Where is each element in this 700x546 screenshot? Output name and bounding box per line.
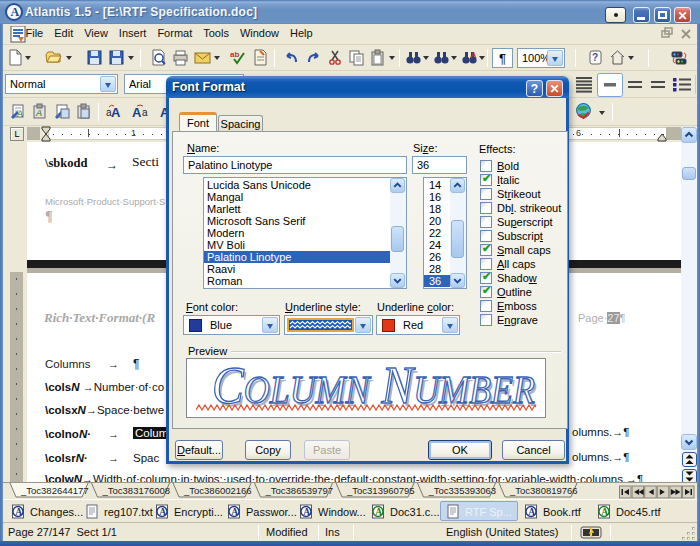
svg-text:A: A	[111, 105, 121, 120]
svg-text:A: A	[15, 507, 22, 517]
svg-text:A: A	[231, 507, 238, 517]
svg-text:A: A	[528, 507, 535, 517]
svg-text:A: A	[601, 507, 608, 517]
svg-text:A: A	[159, 507, 166, 517]
svg-text:_Toc335393063: _Toc335393063	[428, 485, 497, 496]
svg-text:?: ?	[592, 52, 598, 63]
svg-text:A: A	[35, 108, 42, 118]
svg-text:A: A	[470, 50, 477, 60]
svg-text:ab: ab	[230, 50, 239, 59]
svg-text:a: a	[142, 107, 148, 118]
svg-text:_Toc380819766: _Toc380819766	[509, 485, 578, 496]
svg-text:_Toc313960795: _Toc313960795	[346, 485, 415, 496]
svg-text:A: A	[303, 507, 310, 517]
svg-text:A: A	[132, 105, 142, 120]
svg-text:_Toc386539797: _Toc386539797	[265, 485, 334, 496]
svg-text:_Toc383176008: _Toc383176008	[102, 485, 171, 496]
svg-text:_Toc386002166: _Toc386002166	[183, 485, 252, 496]
svg-text:_Toc382644177: _Toc382644177	[20, 485, 89, 496]
svg-text:A: A	[375, 507, 382, 517]
svg-text:A: A	[16, 109, 23, 119]
